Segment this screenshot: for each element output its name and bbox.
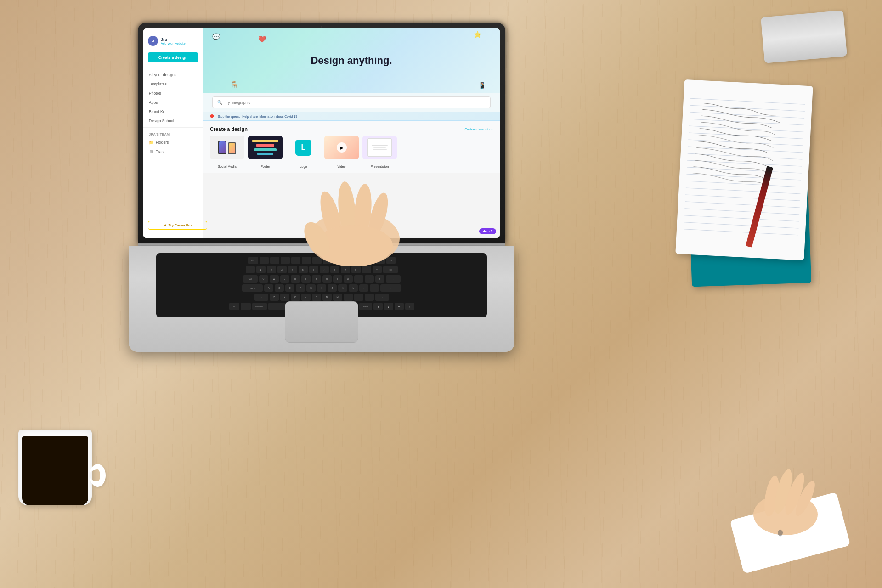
canva-sidebar: J Jra Add your website Create a design A… bbox=[143, 28, 203, 238]
covid-info-banner[interactable]: 🛑 Stop the spread. Help share informatio… bbox=[203, 112, 500, 121]
sidebar-item-all-designs[interactable]: All your designs bbox=[143, 70, 203, 79]
custom-dimensions-button[interactable]: Custom dimensions bbox=[465, 128, 493, 131]
key-option-right[interactable]: option bbox=[359, 303, 372, 310]
key-semicolon[interactable]: ; bbox=[359, 284, 368, 292]
search-bar-container: 🔍 bbox=[203, 93, 500, 112]
trash-icon: 🗑 bbox=[149, 149, 153, 154]
cup-body bbox=[18, 430, 92, 505]
notebooks-stack bbox=[680, 55, 827, 285]
sidebar-item-photos[interactable]: Photos bbox=[143, 89, 203, 98]
key-slash[interactable]: / bbox=[365, 294, 374, 301]
key-bracket-r[interactable]: ] bbox=[375, 275, 384, 283]
key-z[interactable]: Z bbox=[270, 294, 279, 301]
video-thumb: ▶ bbox=[324, 136, 359, 159]
key-arrow-up[interactable]: ▴ bbox=[384, 303, 393, 310]
key-arrow-right[interactable]: ▸ bbox=[405, 303, 414, 310]
sidebar-item-apps[interactable]: Apps bbox=[143, 98, 203, 107]
key-3[interactable]: 3 bbox=[277, 266, 287, 273]
key-arrow-left[interactable]: ◂ bbox=[373, 303, 383, 310]
key-o[interactable]: O bbox=[344, 275, 353, 283]
sidebar-user-profile[interactable]: J Jra Add your website bbox=[143, 33, 203, 49]
key-u[interactable]: U bbox=[322, 275, 332, 283]
design-option-video[interactable]: ▶ Video bbox=[324, 136, 359, 170]
key-capslock[interactable]: CAPS bbox=[242, 284, 263, 292]
key-j[interactable]: J bbox=[328, 284, 337, 292]
key-n[interactable]: N bbox=[322, 294, 332, 301]
key-f2[interactable] bbox=[270, 257, 279, 264]
hero-title: Design anything. bbox=[311, 55, 392, 67]
search-bar[interactable]: 🔍 bbox=[212, 96, 491, 108]
key-comma[interactable]: , bbox=[344, 294, 353, 301]
sidebar-divider bbox=[143, 68, 203, 68]
key-f[interactable]: F bbox=[296, 284, 305, 292]
create-section-header: Create a design Custom dimensions bbox=[210, 126, 493, 132]
key-g[interactable]: G bbox=[306, 284, 316, 292]
key-e[interactable]: E bbox=[280, 275, 289, 283]
team-section-label: Jra's team bbox=[143, 130, 203, 138]
key-arrow-down[interactable]: ▾ bbox=[395, 303, 404, 310]
hero-banner: 💬 ⭐ 🪑 📱 ❤️ Design anything. bbox=[203, 28, 500, 93]
search-input[interactable] bbox=[225, 101, 486, 105]
key-p[interactable]: P bbox=[354, 275, 363, 283]
key-esc[interactable]: ESC bbox=[248, 257, 258, 264]
key-fn[interactable]: fn bbox=[229, 303, 239, 310]
design-option-logo[interactable]: L Logo bbox=[286, 136, 321, 170]
avatar: J bbox=[148, 36, 158, 46]
key-backslash[interactable]: \ bbox=[386, 275, 401, 283]
design-option-social-media[interactable]: Social Media bbox=[210, 136, 244, 170]
pro-button-label: Try Canva Pro bbox=[169, 223, 192, 227]
key-enter[interactable]: ↩ bbox=[380, 284, 401, 292]
sidebar-item-templates[interactable]: Templates bbox=[143, 79, 203, 89]
key-c[interactable]: C bbox=[291, 294, 300, 301]
sidebar-item-brand-kit[interactable]: Brand Kit bbox=[143, 107, 203, 116]
key-l[interactable]: L bbox=[349, 284, 358, 292]
key-1[interactable]: 1 bbox=[256, 266, 266, 273]
create-design-button[interactable]: Create a design bbox=[148, 52, 198, 62]
key-v[interactable]: V bbox=[301, 294, 311, 301]
key-i[interactable]: I bbox=[333, 275, 342, 283]
key-y[interactable]: Y bbox=[312, 275, 321, 283]
key-f3[interactable] bbox=[281, 257, 290, 264]
hand-writing bbox=[744, 459, 827, 542]
touchpad[interactable] bbox=[285, 301, 358, 343]
key-quote[interactable]: ' bbox=[370, 284, 379, 292]
key-d[interactable]: D bbox=[285, 284, 294, 292]
key-x[interactable]: X bbox=[280, 294, 289, 301]
sidebar-item-design-school[interactable]: Design School bbox=[143, 116, 203, 125]
key-period[interactable]: . bbox=[354, 294, 363, 301]
logo-label: Logo bbox=[300, 165, 307, 168]
coffee-liquid bbox=[22, 436, 88, 505]
key-h[interactable]: H bbox=[317, 284, 326, 292]
poster-thumb bbox=[248, 136, 283, 159]
key-shift-r[interactable]: ⇧ bbox=[375, 294, 389, 301]
key-2[interactable]: 2 bbox=[267, 266, 276, 273]
key-b[interactable]: B bbox=[312, 294, 321, 301]
sidebar-item-folders[interactable]: 📁 Folders bbox=[143, 138, 203, 147]
key-s[interactable]: S bbox=[275, 284, 284, 292]
key-ctrl[interactable]: ⌃ bbox=[241, 303, 251, 310]
sidebar-item-trash[interactable]: 🗑 Trash bbox=[143, 147, 203, 156]
key-backtick[interactable]: ~ bbox=[246, 266, 255, 273]
sidebar-divider-2 bbox=[143, 127, 203, 128]
design-option-poster[interactable]: Poster bbox=[248, 136, 283, 170]
covid-icon: 🛑 bbox=[210, 114, 214, 118]
key-a[interactable]: A bbox=[264, 284, 273, 292]
key-k[interactable]: K bbox=[338, 284, 347, 292]
design-option-presentation[interactable]: Presentation bbox=[362, 136, 397, 170]
key-f1[interactable] bbox=[260, 257, 269, 264]
poster-label: Poster bbox=[260, 165, 270, 168]
key-r[interactable]: R bbox=[291, 275, 300, 283]
key-shift-l[interactable]: ⇧ bbox=[254, 294, 268, 301]
key-w[interactable]: W bbox=[270, 275, 279, 283]
help-button[interactable]: Help ? bbox=[479, 228, 496, 234]
user-website-link[interactable]: Add your website bbox=[161, 42, 198, 45]
key-option-left[interactable]: command bbox=[252, 303, 267, 310]
key-t[interactable]: T bbox=[301, 275, 311, 283]
key-q[interactable]: Q bbox=[259, 275, 268, 283]
templates-label: Templates bbox=[149, 82, 167, 86]
try-canva-pro-button[interactable]: ★ Try Canva Pro bbox=[148, 221, 207, 230]
key-m[interactable]: M bbox=[333, 294, 342, 301]
key-tab[interactable]: TAB bbox=[243, 275, 258, 283]
key-bracket-l[interactable]: [ bbox=[365, 275, 374, 283]
laptop: J Jra Add your website Create a design A… bbox=[129, 23, 514, 354]
